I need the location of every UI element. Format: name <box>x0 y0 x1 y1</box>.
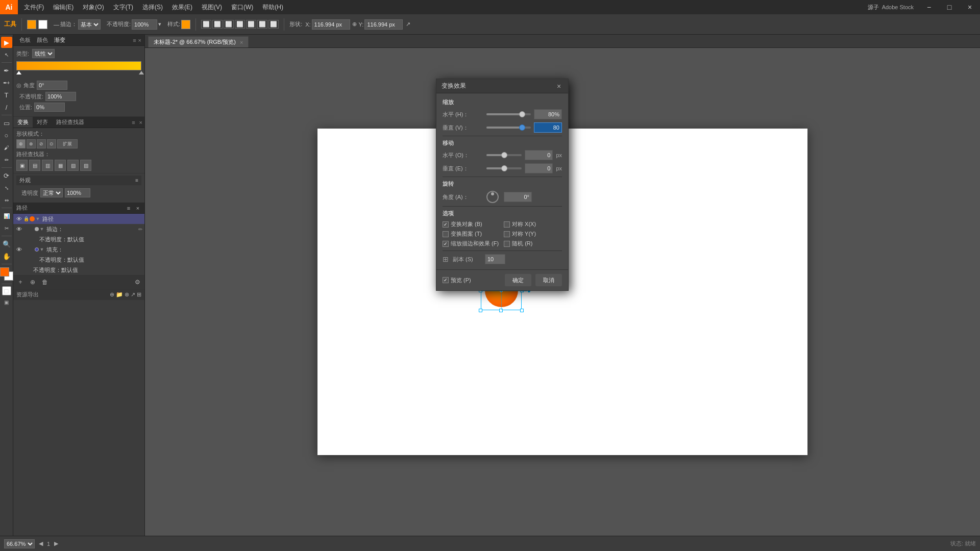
zoom-icon-right[interactable]: ▶ <box>54 540 58 547</box>
scale-h-slider[interactable] <box>486 113 531 115</box>
move-v-thumb[interactable] <box>501 165 507 171</box>
rotate-tool[interactable]: ⟳ <box>1 170 12 181</box>
handle-bl[interactable] <box>479 309 482 312</box>
scale-h-slider-thumb[interactable] <box>519 111 525 117</box>
pf-btn-3[interactable]: ▥ <box>42 160 53 171</box>
cancel-button[interactable]: 取消 <box>535 274 562 286</box>
scale-v-slider[interactable] <box>486 127 531 129</box>
gradient-type-select[interactable]: 线性 径向 <box>32 49 55 58</box>
layer-expand-stroke[interactable]: ▼ <box>39 226 45 232</box>
layer-expand-path[interactable]: ▼ <box>35 216 41 222</box>
add-anchor-tool[interactable]: ✒+ <box>1 77 12 88</box>
zoom-select[interactable]: 66.67% 100% <box>4 539 35 548</box>
ok-button[interactable]: 确定 <box>505 274 531 286</box>
panel-menu-icon[interactable]: ≡ <box>133 37 136 43</box>
fg-bg-color-control[interactable] <box>0 267 13 281</box>
zoom-tool[interactable]: 🔍 <box>1 238 12 249</box>
move-h-input[interactable] <box>525 150 553 160</box>
tab-align[interactable]: 对齐 <box>33 117 52 128</box>
gradient-stop-right[interactable] <box>139 71 144 74</box>
layer-row-path[interactable]: 👁 🔒 ▼ 路径 <box>13 214 144 224</box>
move-v-input[interactable] <box>525 163 553 173</box>
opacity-input[interactable] <box>132 19 157 30</box>
select-tool[interactable]: ▶ <box>1 37 12 48</box>
scale-v-input[interactable] <box>534 122 562 133</box>
type-tool[interactable]: T <box>1 89 12 101</box>
move-h-thumb[interactable] <box>501 152 507 158</box>
close-button[interactable]: × <box>960 0 980 14</box>
menu-select[interactable]: 选择(S) <box>138 2 167 13</box>
scale-h-input[interactable] <box>534 109 562 119</box>
menu-object[interactable]: 对象(O) <box>79 2 108 13</box>
layer-lock-stroke[interactable] <box>22 226 30 233</box>
res-icon-2[interactable]: 📁 <box>116 291 123 298</box>
res-icon-1[interactable]: ⊕ <box>110 291 114 298</box>
x-input[interactable]: 116.994 px <box>312 19 350 30</box>
y-input[interactable]: 116.994 px <box>364 19 403 30</box>
doc-tab-close[interactable]: × <box>240 39 243 45</box>
align-bottom-icon[interactable]: ⬜ <box>257 20 267 29</box>
ellipse-tool[interactable]: ○ <box>1 130 12 141</box>
gradient-bar[interactable] <box>16 61 141 70</box>
bi-settings[interactable]: ⚙ <box>132 277 142 287</box>
menu-edit[interactable]: 编辑(E) <box>49 2 78 13</box>
document-tab[interactable]: 未标题-2* @ 66.67% (RGB/预览) × <box>148 36 249 47</box>
rotate-input[interactable] <box>504 192 532 202</box>
menu-help[interactable]: 帮助(H) <box>258 2 287 13</box>
dialog-titlebar[interactable]: 变换效果 × <box>436 79 568 93</box>
zoom-icon-left[interactable]: ◀ <box>39 540 43 547</box>
gradient-stop-left[interactable] <box>16 71 21 74</box>
handle-br[interactable] <box>520 309 524 312</box>
transform-panel-close[interactable]: × <box>137 119 144 126</box>
layer-lock-path[interactable]: 🔒 <box>22 215 30 222</box>
copies-input[interactable]: 10 <box>485 254 505 264</box>
cb-transform-pattern[interactable] <box>443 231 449 237</box>
opacity-arrow[interactable]: ▾ <box>158 21 161 28</box>
rotation-wheel[interactable] <box>486 191 499 203</box>
res-icon-3[interactable]: ⊗ <box>125 291 129 298</box>
stroke-edit-icon[interactable]: ✏ <box>138 227 142 232</box>
hand-tool[interactable]: ✋ <box>1 251 12 262</box>
tab-swatches[interactable]: 色板 <box>16 36 34 44</box>
layer-expand-fill[interactable]: ▼ <box>39 246 45 253</box>
menu-view[interactable]: 视图(V) <box>198 2 226 13</box>
res-icon-5[interactable]: ⊞ <box>137 291 141 298</box>
layer-row-opacity3[interactable]: 👁 不透明度：默认值 <box>13 265 144 275</box>
move-h-slider[interactable] <box>486 154 522 156</box>
bi-delete[interactable]: 🗑 <box>40 277 50 287</box>
pen-tool[interactable]: ✒ <box>1 65 12 76</box>
layer-lock-fill[interactable] <box>22 246 30 253</box>
layer-row-opacity1[interactable]: 👁 不透明度：默认值 <box>13 234 144 244</box>
align-right-icon[interactable]: ⬜ <box>224 20 234 29</box>
pf-btn-4[interactable]: ▦ <box>55 160 66 171</box>
direct-select-tool[interactable]: ↖ <box>1 49 12 60</box>
pf-btn-2[interactable]: ▤ <box>29 160 40 171</box>
line-tool[interactable]: / <box>1 102 12 113</box>
bi-layer-add[interactable]: + <box>15 277 26 287</box>
slice-tool[interactable]: ✂ <box>1 222 12 234</box>
transform-icon[interactable]: ↗ <box>406 21 410 28</box>
paintbrush-tool[interactable]: 🖌 <box>1 142 12 153</box>
cb-mirror-y[interactable] <box>504 231 510 237</box>
cb-scale-strokes[interactable]: ✓ <box>443 241 449 247</box>
transparency-opacity-input[interactable] <box>65 188 90 197</box>
menu-effect[interactable]: 效果(E) <box>168 2 197 13</box>
layer-vis-stroke[interactable]: 👁 <box>15 226 22 233</box>
cb-random[interactable] <box>504 241 510 247</box>
appearance-header[interactable]: 外观 ≡ <box>16 176 141 185</box>
stroke-color-swatch[interactable] <box>25 19 50 30</box>
scale-tool[interactable]: ⤡ <box>1 182 12 193</box>
layers-close-icon[interactable]: × <box>134 205 141 212</box>
menu-window[interactable]: 窗口(W) <box>227 2 257 13</box>
panel-opacity-input[interactable] <box>45 92 76 101</box>
transparency-mode-select[interactable]: 正常 <box>40 188 63 197</box>
bi-layer-copy[interactable]: ⊕ <box>28 277 38 287</box>
rect-tool[interactable]: ▭ <box>1 117 12 129</box>
tab-color[interactable]: 颜色 <box>34 36 51 44</box>
chart-tool[interactable]: 📊 <box>1 210 12 221</box>
panel-close-icon[interactable]: × <box>138 37 141 43</box>
shape-btn-4[interactable]: ⊙ <box>47 139 56 148</box>
layer-row-fill[interactable]: 👁 ▼ 填充： <box>13 244 144 255</box>
layer-vis-fill[interactable]: 👁 <box>15 246 22 253</box>
dialog-close-button[interactable]: × <box>555 82 563 90</box>
